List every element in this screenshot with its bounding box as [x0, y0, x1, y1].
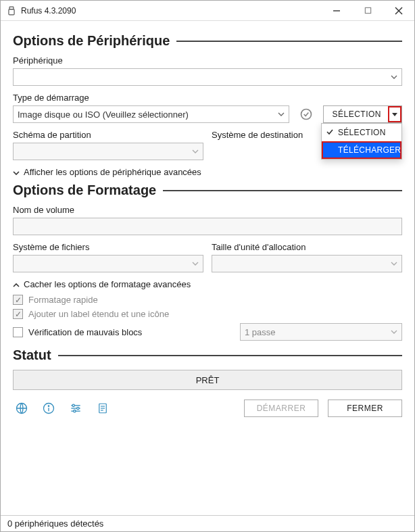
- bad-blocks-passes-value: 1 passe: [245, 327, 276, 337]
- quick-format-checkbox-row[interactable]: Formatage rapide: [13, 295, 402, 305]
- statusbar: 0 périphériques détectés: [1, 515, 414, 531]
- chevron-down-icon: [13, 167, 20, 177]
- partition-scheme-label: Schéma de partition: [13, 130, 203, 140]
- svg-point-14: [72, 404, 74, 406]
- bad-blocks-label: Vérification de mauvais blocs: [28, 327, 142, 337]
- globe-icon[interactable]: [13, 400, 30, 417]
- dropdown-item-download[interactable]: TÉLÉCHARGER: [322, 141, 401, 159]
- chevron-down-icon: [391, 262, 397, 266]
- bad-blocks-passes-combo[interactable]: 1 passe: [240, 323, 402, 341]
- device-options-heading: Options de Périphérique: [13, 33, 402, 49]
- boot-type-value: Image disque ou ISO (Veuillez sélectionn…: [18, 110, 189, 120]
- statusbar-text: 0 périphériques détectés: [7, 518, 103, 529]
- svg-point-16: [74, 410, 76, 412]
- dropdown-item-label: SÉLECTION: [338, 128, 386, 137]
- svg-rect-1: [9, 9, 14, 14]
- svg-point-10: [48, 406, 49, 406]
- boot-type-label: Type de démarrage: [13, 93, 289, 103]
- device-label: Périphérique: [13, 55, 402, 66]
- chevron-down-icon: [278, 112, 285, 116]
- select-dropdown-menu: SÉLECTION TÉLÉCHARGER: [321, 123, 402, 160]
- format-options-heading: Options de Formatage: [13, 183, 402, 198]
- extended-label-checkbox-row[interactable]: Ajouter un label étendu et une icône: [13, 309, 402, 319]
- status-strip: PRÊT: [13, 370, 402, 390]
- status-label: Statut: [13, 347, 51, 363]
- filesystem-combo[interactable]: [13, 255, 203, 272]
- chevron-down-icon: [192, 262, 199, 266]
- svg-point-6: [301, 110, 312, 120]
- show-advanced-drive-label: Afficher les options de périphérique ava…: [24, 167, 201, 177]
- hide-advanced-format-toggle[interactable]: Cacher les options de formatage avancées: [13, 279, 402, 289]
- select-dropdown-toggle[interactable]: [388, 106, 401, 122]
- start-button[interactable]: DÉMARRER: [244, 400, 318, 417]
- status-heading: Statut: [13, 347, 402, 363]
- device-combo[interactable]: [13, 68, 402, 86]
- bad-blocks-checkbox[interactable]: [13, 327, 23, 337]
- close-button[interactable]: [383, 1, 414, 20]
- dropdown-item-label: TÉLÉCHARGER: [338, 145, 401, 155]
- settings-icon[interactable]: [67, 400, 84, 417]
- dropdown-item-selection[interactable]: SÉLECTION: [322, 124, 401, 141]
- format-options-label: Options de Formatage: [13, 183, 156, 198]
- cluster-size-combo[interactable]: [212, 255, 402, 272]
- close-app-button[interactable]: FERMER: [328, 400, 402, 417]
- volume-label-label: Nom de volume: [13, 205, 402, 215]
- checkmark-icon: [326, 128, 334, 138]
- heading-rule: [163, 190, 402, 191]
- close-button-label: FERMER: [347, 404, 383, 413]
- minimize-button[interactable]: [321, 1, 352, 20]
- start-button-label: DÉMARRER: [257, 404, 306, 413]
- select-split-button[interactable]: SÉLECTION: [323, 105, 402, 123]
- chevron-down-icon: [391, 75, 397, 79]
- show-advanced-drive-toggle[interactable]: Afficher les options de périphérique ava…: [13, 167, 402, 177]
- chevron-up-icon: [13, 279, 20, 289]
- select-button-label: SÉLECTION: [332, 110, 381, 119]
- volume-label-input[interactable]: [13, 218, 402, 235]
- check-circle-icon[interactable]: [297, 105, 315, 123]
- svg-point-15: [77, 407, 79, 409]
- boot-type-combo[interactable]: Image disque ou ISO (Veuillez sélectionn…: [13, 105, 289, 123]
- usb-drive-icon: [6, 5, 17, 16]
- bad-blocks-checkbox-row[interactable]: Vérification de mauvais blocs: [13, 327, 142, 337]
- extended-label-label: Ajouter un label étendu et une icône: [28, 309, 169, 319]
- status-text: PRÊT: [196, 375, 220, 385]
- chevron-down-icon: [391, 330, 397, 334]
- info-icon[interactable]: [40, 400, 57, 417]
- maximize-button[interactable]: [352, 1, 383, 20]
- extended-label-checkbox[interactable]: [13, 309, 23, 319]
- titlebar: Rufus 4.3.2090: [1, 1, 414, 21]
- window-title: Rufus 4.3.2090: [21, 6, 321, 16]
- quick-format-checkbox[interactable]: [13, 295, 23, 305]
- svg-rect-3: [365, 7, 370, 13]
- chevron-down-icon: [192, 149, 199, 153]
- cluster-size-label: Taille d'unité d'allocation: [212, 242, 402, 252]
- device-options-label: Options de Périphérique: [13, 33, 170, 49]
- log-icon[interactable]: [94, 400, 112, 417]
- heading-rule: [176, 41, 402, 42]
- heading-rule: [58, 355, 402, 356]
- partition-scheme-combo[interactable]: [13, 143, 203, 160]
- quick-format-label: Formatage rapide: [28, 295, 98, 305]
- hide-advanced-format-label: Cacher les options de formatage avancées: [24, 279, 191, 289]
- filesystem-label: Système de fichiers: [13, 242, 203, 252]
